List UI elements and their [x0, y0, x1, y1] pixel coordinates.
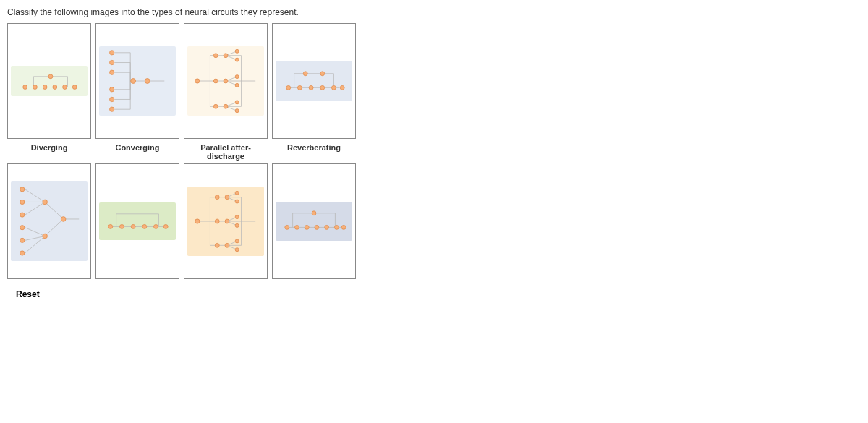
svg-point-15 — [195, 79, 200, 83]
svg-point-5 — [72, 85, 77, 90]
category-labels-row: Diverging Converging Parallel after-disc… — [7, 142, 861, 162]
svg-point-38 — [20, 213, 25, 217]
svg-point-53 — [225, 195, 229, 200]
svg-point-47 — [131, 225, 135, 229]
source-slot[interactable] — [7, 23, 91, 139]
svg-point-66 — [305, 226, 309, 230]
svg-point-14 — [145, 79, 150, 84]
svg-point-39 — [20, 226, 25, 230]
svg-point-61 — [225, 243, 229, 247]
svg-point-41 — [20, 251, 25, 255]
circuit-thumbnail-reverberating[interactable] — [99, 202, 176, 239]
circuit-thumbnail-reverberating[interactable] — [11, 66, 88, 95]
svg-point-21 — [224, 79, 228, 83]
svg-point-29 — [297, 86, 302, 90]
svg-point-18 — [235, 49, 239, 53]
target-row — [7, 163, 861, 279]
svg-point-56 — [215, 219, 219, 223]
svg-point-2 — [43, 85, 47, 90]
source-slot[interactable] — [95, 23, 179, 139]
svg-point-65 — [295, 226, 299, 230]
svg-point-31 — [320, 86, 325, 90]
svg-point-52 — [215, 195, 219, 200]
svg-point-12 — [110, 107, 114, 111]
svg-point-25 — [224, 104, 228, 108]
svg-point-32 — [331, 86, 336, 90]
svg-point-59 — [235, 223, 239, 227]
svg-point-28 — [286, 86, 291, 90]
svg-point-11 — [110, 97, 114, 101]
svg-point-30 — [309, 86, 313, 90]
svg-point-8 — [110, 60, 114, 64]
target-slot-converging[interactable] — [95, 163, 179, 279]
svg-point-13 — [131, 79, 136, 84]
svg-point-58 — [235, 215, 239, 219]
svg-point-9 — [110, 70, 114, 74]
svg-point-45 — [109, 225, 113, 229]
converging-icon — [102, 46, 173, 116]
parallel-icon — [190, 46, 261, 116]
reverberating-icon — [14, 70, 85, 91]
svg-point-68 — [325, 226, 329, 230]
svg-point-43 — [43, 234, 48, 239]
category-label-parallel: Parallel after-discharge — [184, 142, 268, 162]
source-slot[interactable] — [184, 23, 268, 139]
svg-point-4 — [63, 85, 67, 90]
circuit-thumbnail-reverberating[interactable] — [276, 61, 352, 101]
reverberating-icon — [278, 65, 349, 96]
svg-point-16 — [213, 54, 218, 58]
target-slot-reverberating[interactable] — [272, 163, 356, 279]
svg-point-67 — [315, 226, 319, 230]
circuit-thumbnail-converging[interactable] — [99, 46, 176, 116]
svg-point-34 — [303, 72, 307, 76]
svg-point-51 — [195, 219, 200, 223]
parallel-icon — [190, 186, 261, 257]
svg-point-17 — [224, 54, 228, 58]
svg-point-37 — [20, 200, 25, 204]
svg-point-46 — [120, 225, 124, 229]
svg-point-7 — [110, 51, 114, 55]
svg-point-35 — [320, 72, 325, 76]
reverberating-icon — [278, 206, 349, 236]
svg-point-60 — [215, 243, 219, 247]
svg-point-69 — [334, 226, 339, 230]
converging-icon — [14, 182, 85, 260]
circuit-thumbnail-parallel[interactable] — [187, 187, 264, 256]
svg-point-1 — [33, 85, 37, 90]
svg-point-33 — [340, 86, 344, 90]
svg-point-71 — [312, 211, 316, 215]
svg-point-70 — [341, 226, 346, 230]
category-label-diverging: Diverging — [7, 142, 91, 162]
source-row — [7, 23, 861, 139]
source-slot[interactable] — [272, 23, 356, 139]
svg-point-26 — [235, 101, 239, 104]
svg-point-40 — [20, 238, 25, 242]
reset-button[interactable]: Reset — [16, 289, 40, 299]
svg-point-36 — [20, 187, 25, 192]
circuit-thumbnail-parallel[interactable] — [187, 46, 264, 116]
target-slot-parallel[interactable] — [184, 163, 268, 279]
target-slot-diverging[interactable] — [7, 163, 91, 279]
svg-point-10 — [110, 87, 114, 92]
svg-point-63 — [235, 248, 239, 252]
svg-point-64 — [285, 226, 289, 230]
svg-point-54 — [235, 191, 239, 195]
svg-point-20 — [213, 79, 218, 83]
svg-point-50 — [163, 225, 168, 229]
svg-point-57 — [225, 219, 229, 223]
svg-point-23 — [235, 83, 239, 87]
svg-point-48 — [142, 225, 147, 229]
svg-point-22 — [235, 75, 239, 79]
reverberating-icon — [102, 207, 173, 235]
circuit-thumbnail-reverberating[interactable] — [276, 202, 352, 240]
svg-point-19 — [235, 58, 239, 61]
category-label-converging: Converging — [95, 142, 179, 162]
svg-point-27 — [235, 109, 239, 113]
svg-point-44 — [61, 217, 66, 222]
svg-point-0 — [23, 85, 27, 90]
svg-point-42 — [43, 200, 48, 205]
circuit-thumbnail-converging[interactable] — [11, 181, 88, 261]
svg-point-3 — [53, 85, 57, 90]
svg-point-62 — [235, 239, 239, 243]
question-prompt: Classify the following images into the t… — [7, 7, 861, 17]
